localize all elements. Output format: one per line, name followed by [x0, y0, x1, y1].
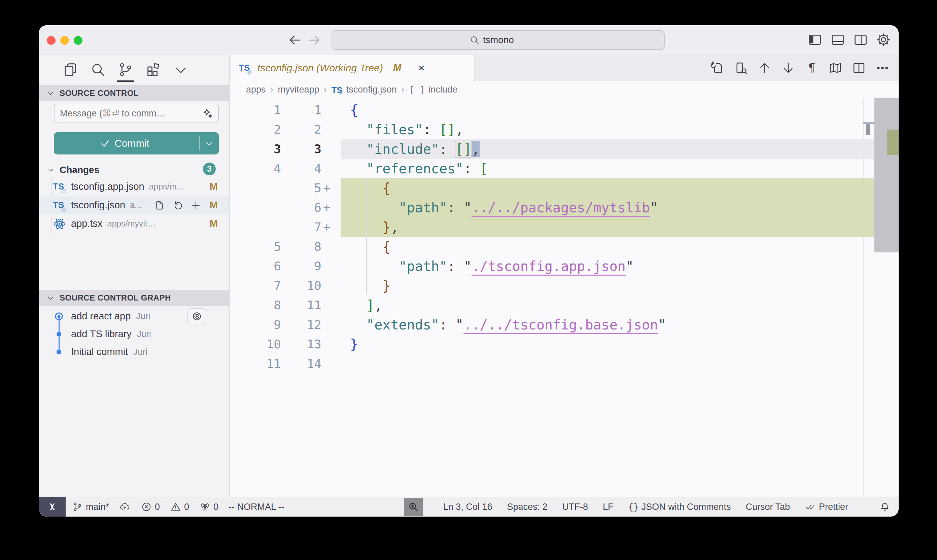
inline-view-icon[interactable]	[734, 61, 749, 75]
status-label: Cursor Tab	[746, 502, 790, 512]
code-line[interactable]: 1114	[230, 354, 899, 374]
activity-item-more-views[interactable]	[173, 62, 189, 78]
code-line[interactable]: 7+ },	[230, 217, 899, 237]
command-center-search[interactable]	[332, 30, 665, 50]
prev-change-icon[interactable]	[757, 61, 772, 75]
old-line-number: 1	[241, 100, 281, 120]
sparkle-icon[interactable]	[201, 107, 213, 120]
source-control-graph-header[interactable]: SOURCE CONTROL GRAPH	[39, 290, 229, 306]
commit-row[interactable]: add TS library Juri	[39, 325, 229, 343]
new-line-number: 5	[281, 178, 322, 198]
code-text: "files": [],	[350, 120, 463, 139]
forward-arrow-icon[interactable]	[307, 33, 322, 48]
activity-item-explorer[interactable]	[62, 62, 78, 78]
search-input[interactable]	[483, 35, 527, 45]
target-icon[interactable]	[188, 308, 206, 325]
encoding[interactable]: UTF-8	[562, 502, 588, 512]
branch-indicator[interactable]: main*	[72, 501, 109, 512]
code-line[interactable]: 1013}	[230, 334, 899, 354]
change-row-tsconfig.app.json[interactable]: TS tsconfig.app.json apps/m... M	[39, 177, 229, 196]
next-change-icon[interactable]	[781, 61, 795, 75]
remote-indicator[interactable]	[39, 497, 66, 517]
commit-graph-list: add react app Juri add TS library Juri I…	[39, 307, 229, 361]
breadcrumb-item[interactable]: TStsconfig.json	[332, 84, 397, 95]
map-icon[interactable]	[828, 61, 843, 75]
activity-item-source-control[interactable]	[117, 62, 134, 78]
more-actions-icon[interactable]	[875, 61, 890, 75]
added-line-marker: +	[323, 198, 331, 217]
code-line[interactable]: 44 "references": [	[230, 159, 899, 178]
breadcrumb-item[interactable]: apps	[246, 85, 266, 95]
warning-count[interactable]: 0	[170, 501, 189, 512]
indentation[interactable]: Spaces: 2	[507, 502, 547, 512]
cursor-tab[interactable]: Cursor Tab	[746, 502, 790, 512]
new-line-number: 14	[281, 354, 322, 374]
typescript-config-icon: TS	[53, 180, 66, 194]
code-line[interactable]: 912 "extends": "../../tsconfig.base.json…	[230, 315, 899, 334]
toggle-secondary-sidebar-icon[interactable]	[853, 32, 868, 48]
commit-message-input[interactable]	[59, 108, 201, 119]
breadcrumb-item[interactable]: [ ]include	[409, 85, 457, 95]
code-line[interactable]: 11{	[230, 100, 899, 120]
commit-button[interactable]: Commit	[54, 132, 219, 154]
whitespace-icon[interactable]: ¶	[805, 61, 819, 75]
toggle-panel-icon[interactable]	[830, 32, 845, 48]
code-line[interactable]: 69 "path": "./tsconfig.app.json"	[230, 257, 899, 276]
code-line[interactable]: 33 "include": [],	[230, 139, 899, 159]
code-line[interactable]: 22 "files": [],	[230, 120, 899, 139]
code-line[interactable]: 58 {	[230, 237, 899, 257]
json-braces-icon: {}	[628, 502, 639, 512]
language-mode[interactable]: {} JSON with Comments	[628, 502, 731, 512]
formatter[interactable]: Prettier	[805, 501, 848, 512]
new-line-number: 12	[281, 315, 322, 334]
file-name: tsconfig.json	[71, 200, 125, 211]
open-changes-icon[interactable]	[710, 61, 725, 75]
toggle-primary-sidebar-icon[interactable]	[807, 32, 823, 48]
commit-row[interactable]: add react app Juri	[39, 307, 229, 325]
minimize-window-button[interactable]	[60, 36, 69, 45]
zoom-level-indicator[interactable]	[404, 498, 423, 516]
split-editor-icon[interactable]	[851, 61, 866, 75]
code-text: }	[350, 334, 358, 354]
branch-icon	[72, 501, 83, 512]
activity-item-search[interactable]	[90, 62, 106, 78]
code-line[interactable]: 5+ {	[230, 178, 899, 198]
commit-message-box[interactable]	[54, 104, 219, 123]
breadcrumb-item[interactable]: myviteapp	[278, 85, 319, 95]
discard-icon[interactable]	[171, 199, 184, 212]
open-file-icon[interactable]	[153, 199, 166, 212]
cursor-position[interactable]: Ln 3, Col 16	[443, 502, 492, 512]
close-icon[interactable]: ×	[415, 62, 428, 74]
code-line[interactable]: 710 }	[230, 276, 899, 295]
code-text: "extends": "../../tsconfig.base.json"	[350, 315, 666, 334]
status-label: 0	[155, 502, 160, 512]
ports-indicator[interactable]: 0	[199, 501, 218, 512]
code-text: {	[350, 100, 358, 120]
commit-row[interactable]: Initial commit Juri	[39, 343, 229, 361]
change-row-app.tsx[interactable]: app.tsx apps/myviteapp/sr... M	[39, 214, 229, 233]
change-row-tsconfig.json[interactable]: TS tsconfig.json a... M	[39, 196, 229, 214]
source-control-header[interactable]: SOURCE CONTROL	[39, 85, 229, 101]
close-window-button[interactable]	[47, 36, 55, 45]
error-count[interactable]: 0	[141, 501, 160, 512]
back-arrow-icon[interactable]	[288, 33, 303, 48]
new-line-number: 11	[281, 295, 322, 315]
changes-section-header[interactable]: Changes 3	[39, 163, 229, 177]
stage-plus-icon[interactable]	[189, 199, 202, 212]
code-line[interactable]: 6+ "path": "../../packages/mytslib"	[230, 198, 899, 217]
diff-editor[interactable]: 11{22 "files": [],33 "include": [],44 "r…	[230, 98, 899, 497]
tab-tsconfig-working-tree[interactable]: TS tsconfig.json (Working Tree) M ×	[231, 55, 475, 81]
new-line-number: 6	[281, 198, 322, 217]
publish-changes[interactable]	[119, 501, 131, 512]
commit-dropdown-button[interactable]	[200, 132, 219, 154]
status-label: main*	[86, 502, 109, 512]
file-path: apps/m...	[149, 182, 184, 191]
vim-mode[interactable]: -- NORMAL --	[229, 502, 284, 512]
eol[interactable]: LF	[603, 502, 614, 512]
notifications-bell[interactable]	[879, 501, 891, 512]
activity-item-extensions[interactable]	[145, 62, 161, 78]
code-line[interactable]: 811 ],	[230, 295, 899, 315]
settings-gear-icon[interactable]	[876, 32, 891, 48]
maximize-window-button[interactable]	[74, 36, 83, 45]
commit-message: add react app	[71, 311, 131, 322]
